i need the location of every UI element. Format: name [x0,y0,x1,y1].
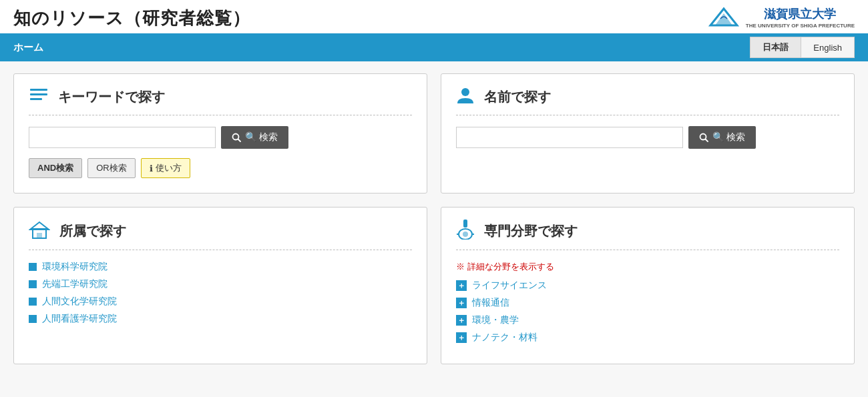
name-card-header: 名前で探す [456,86,839,108]
help-button[interactable]: ℹ 使い方 [141,158,190,178]
name-search-card: 名前で探す 🔍 検索 [441,73,855,193]
svg-rect-4 [30,93,47,95]
page-header: 知のリソース（研究者総覧） 滋賀県立大学 THE UNIVERSITY OF S… [0,0,868,33]
plus-icon: ＋ [456,332,467,343]
or-search-button[interactable]: OR検索 [87,158,136,178]
specialty-search-card: 専門分野で探す ※ 詳細な分野を表示する ＋ ライフサイエンス ＋ 情報通信 ＋… [441,207,855,364]
affil-item-label: 環境科学研究院 [42,261,107,273]
keyword-card-header: キーワードで探す [29,86,412,108]
university-name: 滋賀県立大学 THE UNIVERSITY OF SHIGA PREFECTUR… [746,7,855,29]
keyword-card-title: キーワードで探す [58,88,165,106]
svg-rect-14 [463,220,467,228]
affil-item-label: 人間文化学研究院 [42,296,117,308]
lang-en-button[interactable]: English [801,37,855,58]
bottom-search-row: 所属で探す 環境科学研究院 先端工学研究院 人間文化学研究院 人 [13,207,855,364]
list-item[interactable]: 人間文化学研究院 [29,296,412,308]
lang-ja-button[interactable]: 日本語 [750,37,801,58]
affiliation-icon [29,220,50,243]
plus-icon: ＋ [456,315,467,326]
keyword-divider [29,115,412,115]
list-item[interactable]: ＋ 環境・農学 [456,314,839,326]
specialty-item-label: ナノテク・材料 [472,332,537,344]
keyword-search-button[interactable]: 🔍 検索 [221,126,288,149]
affil-square-icon [29,263,37,271]
show-detail-link[interactable]: ※ 詳細な分野を表示する [456,261,839,273]
list-item[interactable]: 環境科学研究院 [29,261,412,273]
plus-icon: ＋ [456,298,467,308]
keyword-search-input[interactable] [29,127,216,148]
language-switcher: 日本語 English [750,37,855,58]
svg-rect-5 [30,98,42,100]
svg-point-16 [463,232,468,237]
name-search-row: 🔍 検索 [456,126,839,149]
name-divider [456,115,839,115]
svg-rect-3 [30,89,47,91]
keyword-search-row: 🔍 検索 [29,126,412,149]
specialty-item-label: ライフサイエンス [472,280,547,292]
specialty-item-label: 情報通信 [472,297,509,309]
affiliation-list: 環境科学研究院 先端工学研究院 人間文化学研究院 人間看護学研究院 [29,261,412,325]
help-icon: ℹ [150,163,153,173]
svg-point-8 [461,88,469,96]
main-navbar: ホーム 日本語 English [0,33,868,61]
affiliation-search-card: 所属で探す 環境科学研究院 先端工学研究院 人間文化学研究院 人 [13,207,427,364]
name-icon [456,86,475,108]
keyword-icon [29,86,49,108]
list-item[interactable]: ＋ 情報通信 [456,297,839,309]
keyword-search-icon [232,133,241,142]
affil-item-label: 先端工学研究院 [42,278,107,290]
name-search-icon [699,133,708,142]
affil-square-icon [29,315,37,323]
specialty-item-label: 環境・農学 [472,314,519,326]
list-item[interactable]: 人間看護学研究院 [29,313,412,325]
affil-square-icon [29,280,37,288]
keyword-search-options: AND検索 OR検索 ℹ 使い方 [29,158,412,178]
specialty-card-title: 専門分野で探す [484,222,578,240]
specialty-card-header: 専門分野で探す [456,220,839,243]
affil-card-header: 所属で探す [29,220,412,243]
affil-card-title: 所属で探す [59,222,126,240]
name-search-input[interactable] [456,127,683,148]
help-label: 使い方 [156,162,182,174]
affil-divider [29,250,412,250]
svg-line-7 [238,139,241,142]
keyword-search-card: キーワードで探す 🔍 検索 AND検索 OR検索 ℹ 使い方 [13,73,427,193]
list-item[interactable]: ＋ ナノテク・材料 [456,332,839,344]
logo-area: 滋賀県立大学 THE UNIVERSITY OF SHIGA PREFECTUR… [707,5,855,31]
list-item[interactable]: ＋ ライフサイエンス [456,280,839,292]
university-logo-icon [707,5,740,31]
affil-item-label: 人間看護学研究院 [42,313,117,325]
specialty-list: ＋ ライフサイエンス ＋ 情報通信 ＋ 環境・農学 ＋ ナノテク・材料 [456,280,839,344]
keyword-search-btn-label: 🔍 検索 [245,131,278,143]
name-card-title: 名前で探す [484,88,551,106]
svg-line-10 [706,139,708,142]
site-title: 知のリソース（研究者総覧） [13,7,250,30]
list-item[interactable]: 先端工学研究院 [29,278,412,290]
top-search-row: キーワードで探す 🔍 検索 AND検索 OR検索 ℹ 使い方 [13,73,855,193]
plus-icon: ＋ [456,280,467,291]
specialty-icon [456,220,475,243]
main-content: キーワードで探す 🔍 検索 AND検索 OR検索 ℹ 使い方 [0,61,868,397]
affil-square-icon [29,298,37,306]
home-nav-link[interactable]: ホーム [13,35,43,61]
specialty-divider [456,250,839,250]
svg-rect-13 [37,233,42,238]
and-search-button[interactable]: AND検索 [29,158,82,178]
name-search-btn-label: 🔍 検索 [712,131,745,143]
name-search-button[interactable]: 🔍 検索 [688,126,756,149]
